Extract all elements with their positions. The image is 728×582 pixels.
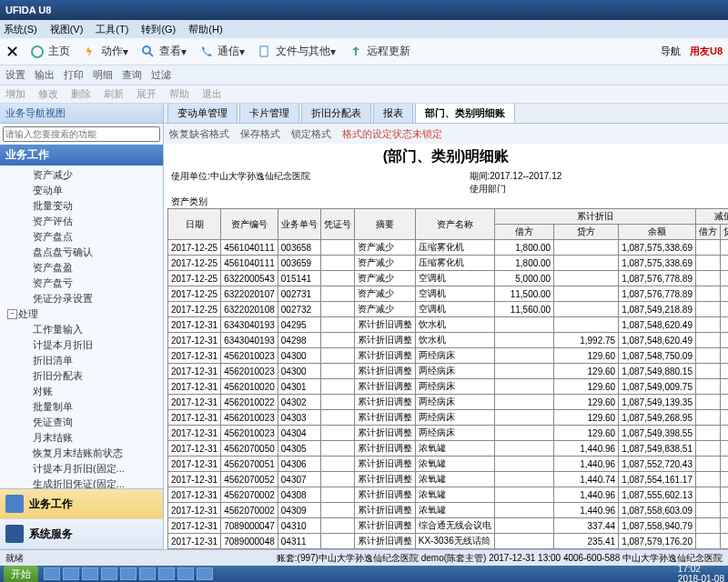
task-item[interactable] (63, 567, 79, 580)
tree-item[interactable]: 资产减少 (2, 167, 161, 183)
table-row[interactable]: 2017-12-31456201002004301累计折旧调整两经病床129.6… (168, 379, 729, 395)
table-row[interactable]: 2017-12-31456207005004305累计折旧调整浓氧罐1,440.… (168, 441, 729, 457)
task-item[interactable] (101, 567, 117, 580)
window-titlebar: UFIDA U8 (0, 0, 728, 20)
table-row[interactable]: 2017-12-254561040111003658资产减少压缩雾化机1,800… (168, 240, 729, 256)
tree-item[interactable]: 凭证分录设置 (2, 291, 161, 306)
data-grid[interactable]: 日期资产编号业务单号凭证号摘要资产名称累计折旧减值准备借方贷方余额借方贷方余额 … (167, 208, 728, 549)
table-row[interactable]: 2017-12-31708900004704310累计折旧调整综合通无线会议电3… (168, 518, 729, 534)
tree-item[interactable]: 生成折旧凭证(固定... (2, 477, 161, 488)
table-row[interactable]: 2017-12-31456201002304304累计折旧调整两经病床129.6… (168, 426, 729, 441)
tree-item[interactable]: 资产评估 (2, 214, 161, 229)
save-format[interactable]: 保存格式 (240, 127, 280, 141)
tool-settings[interactable]: 设置 (5, 68, 25, 82)
table-row[interactable]: 2017-12-31456207000204309累计折旧调整浓氧罐1,440.… (168, 503, 729, 518)
tab[interactable]: 折旧分配表 (301, 104, 371, 123)
tree-item[interactable]: 批量变动 (2, 198, 161, 214)
view-button[interactable]: 查看▾ (141, 44, 187, 59)
table-row[interactable]: 2017-12-31456201002304303累计折旧调整两经病床129.6… (168, 410, 729, 426)
table-row[interactable]: 2017-12-254561040111003659资产减少压缩雾化机1,800… (168, 256, 729, 271)
table-row[interactable]: 2017-12-31708900004804311累计折旧调整KX-3036无线… (168, 534, 729, 549)
menu-system[interactable]: 系统(S) (4, 23, 37, 36)
tree-item[interactable]: 对账 (2, 384, 161, 399)
table-row[interactable]: 2017-12-31456207005204307累计折旧调整浓氧罐1,440.… (168, 472, 729, 487)
search-input[interactable] (3, 126, 160, 142)
tree-item[interactable]: 计提本月折旧 (2, 337, 161, 353)
table-row[interactable]: 2017-12-31456201002204302累计折旧调整两经病床129.6… (168, 395, 729, 410)
tool-exit[interactable]: 退出 (202, 87, 222, 101)
tool-detail[interactable]: 明细 (93, 68, 113, 82)
task-item[interactable] (139, 567, 156, 580)
tool-query[interactable]: 查询 (122, 68, 142, 82)
tab[interactable]: 变动单管理 (167, 104, 238, 123)
table-row[interactable]: 2017-12-256322000543015141资产减少空调机5,000.0… (168, 271, 729, 286)
tab[interactable]: 报表 (373, 104, 413, 123)
menu-view[interactable]: 视图(V) (50, 23, 84, 36)
tree-item[interactable]: 工作量输入 (2, 322, 161, 337)
table-row[interactable]: 2017-12-256322020108002732资产减少空调机11,560.… (168, 302, 729, 317)
close-icon[interactable]: ✕ (5, 42, 19, 62)
tool-print[interactable]: 打印 (64, 68, 84, 82)
table-row[interactable]: 2017-12-31456201002304300累计折旧调整两经病床129.6… (168, 348, 729, 364)
tool-output[interactable]: 输出 (35, 68, 55, 82)
tool-edit[interactable]: 修改 (38, 87, 58, 101)
task-item[interactable] (158, 567, 175, 580)
table-row[interactable]: 2017-12-31634304019304298累计折旧调整饮水机1,992.… (168, 333, 729, 348)
tree-item[interactable]: 盘点盘亏确认 (2, 245, 161, 260)
start-button[interactable]: 开始 (4, 566, 38, 583)
status-phone: 4006-600-588 (563, 553, 620, 563)
tree-item[interactable]: 批量制单 (2, 399, 161, 415)
menu-goto[interactable]: 转到(G) (141, 23, 176, 36)
tree-item[interactable]: 月末结账 (2, 430, 161, 446)
tab[interactable]: 部门、类别明细账 (415, 104, 515, 123)
home-button[interactable]: 主页 (30, 44, 70, 59)
nav-label[interactable]: 导航 (661, 45, 681, 58)
tool-add[interactable]: 增加 (5, 87, 25, 101)
table-row[interactable]: 2017-12-31634304019304295累计折旧调整饮水机1,087,… (168, 317, 729, 333)
table-row[interactable]: 2017-12-31456207005104306累计折旧调整浓氧罐1,440.… (168, 457, 729, 472)
svg-point-0 (32, 46, 43, 57)
task-item[interactable] (44, 567, 60, 580)
status-demo: demo(陈套主管) (421, 553, 487, 563)
task-item[interactable] (120, 567, 136, 580)
task-item[interactable] (197, 567, 213, 580)
tool-refresh[interactable]: 刷新 (104, 87, 124, 101)
tool-help[interactable]: 帮助 (169, 87, 189, 101)
tool-delete[interactable]: 删除 (71, 87, 91, 101)
files-button[interactable]: 文件与其他▾ (258, 44, 336, 59)
sidebar-tab-system[interactable]: 系统服务 (0, 519, 163, 549)
nav-tree[interactable]: 资产减少变动单批量变动资产评估资产盘点盘点盘亏确认资产盘盈资产盘亏凭证分录设置处… (0, 166, 163, 488)
tree-item[interactable]: 变动单 (2, 183, 161, 198)
tree-item[interactable]: 计提本月折旧(固定... (2, 461, 161, 477)
tree-item[interactable]: 凭证查询 (2, 415, 161, 430)
tree-item[interactable]: 资产盘亏 (2, 276, 161, 291)
task-item[interactable] (82, 567, 98, 580)
task-item[interactable] (177, 567, 194, 580)
tree-item[interactable]: 折旧清单 (2, 353, 161, 368)
menu-help[interactable]: 帮助(H) (188, 23, 222, 36)
restore-format[interactable]: 恢复缺省格式 (169, 127, 229, 141)
lock-format[interactable]: 锁定格式 (291, 127, 331, 141)
update-button[interactable]: 远程更新 (349, 44, 410, 59)
sidebar: 业务导航视图 业务工作 资产减少变动单批量变动资产评估资产盘点盘点盘亏确认资产盘… (0, 104, 164, 549)
table-row[interactable]: 2017-12-31456201002304300累计折旧调整两经病床129.6… (168, 364, 729, 379)
action-button[interactable]: 动作▾ (83, 44, 128, 59)
topbar: ✕ 主页 动作▾ 查看▾ 通信▾ 文件与其他▾ 远程更新 导航 用友U8 (0, 38, 728, 65)
tool-filter[interactable]: 过滤 (151, 68, 171, 82)
tree-item[interactable]: 恢复月末结账前状态 (2, 446, 161, 461)
table-row[interactable]: 2017-12-31456207000204308累计折旧调整浓氧罐1,440.… (168, 487, 729, 503)
tree-item[interactable]: 折旧分配表 (2, 368, 161, 384)
asset-type-label: 资产类别 (171, 196, 207, 206)
tab[interactable]: 卡片管理 (239, 104, 299, 123)
format-status: 格式的设定状态未锁定 (342, 127, 442, 141)
svg-rect-2 (260, 46, 268, 56)
tree-item[interactable]: 资产盘盈 (2, 260, 161, 276)
tree-item[interactable]: 资产盘点 (2, 229, 161, 245)
brand-label: 用友U8 (690, 45, 723, 58)
tree-item[interactable]: 处理 (2, 306, 161, 322)
menu-tools[interactable]: 工具(T) (96, 23, 128, 36)
table-row[interactable]: 2017-12-256322020107002731资产减少空调机11,500.… (168, 286, 729, 302)
sidebar-tab-business[interactable]: 业务工作 (0, 489, 163, 519)
comm-button[interactable]: 通信▾ (199, 44, 245, 59)
tool-expand[interactable]: 展开 (136, 87, 157, 101)
